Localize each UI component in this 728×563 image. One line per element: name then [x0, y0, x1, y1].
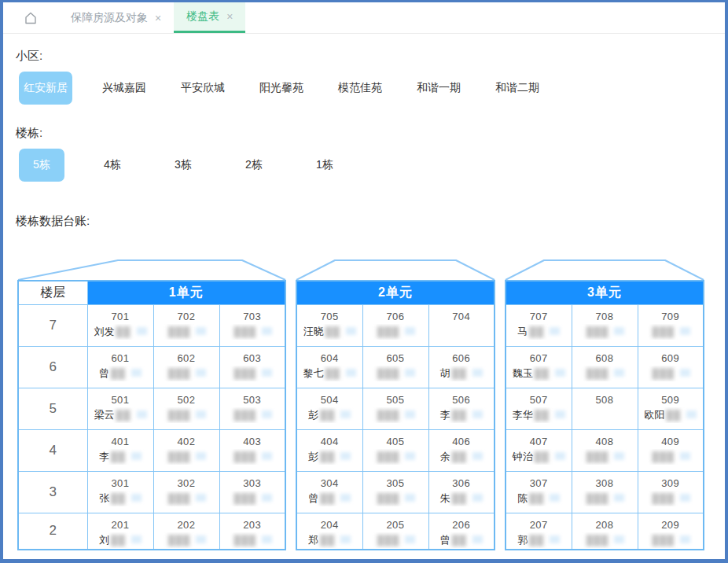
room-cell-205[interactable]: 205███ [362, 513, 428, 550]
redacted-name: ██ [320, 493, 335, 504]
room-cell-602[interactable]: 602███ [153, 346, 219, 388]
room-cell-408[interactable]: 408███ [572, 429, 638, 471]
redacted-name: ███ [586, 493, 609, 504]
community-option-和谐一期[interactable]: 和谐一期 [412, 72, 465, 105]
room-occupant: 胡██ [430, 366, 494, 381]
table-row: 705汪晓██706███704 [296, 304, 495, 346]
home-icon [24, 11, 38, 25]
community-option-兴城嘉园[interactable]: 兴城嘉园 [97, 72, 151, 105]
room-cell-401[interactable]: 401李██ [87, 429, 153, 471]
room-cell-304[interactable]: 304曾██ [296, 471, 362, 513]
community-option-红安新居[interactable]: 红安新居 [19, 72, 72, 105]
occupant-name-visible: 刘发 [94, 326, 114, 337]
room-cell-608[interactable]: 608███ [572, 346, 638, 388]
room-cell-305[interactable]: 305███ [362, 471, 428, 513]
room-cell-704[interactable]: 704 [428, 304, 495, 346]
room-cell-707[interactable]: 707马██ [506, 304, 572, 346]
room-cell-708[interactable]: 708███ [572, 304, 638, 346]
room-cell-506[interactable]: 506李██ [428, 388, 495, 429]
redacted-name: ██ [529, 326, 544, 337]
room-cell-202[interactable]: 202███ [153, 513, 219, 550]
table-row: 404彭██405███406余██ [296, 429, 495, 471]
room-cell-404[interactable]: 404彭██ [296, 429, 362, 471]
community-option-阳光馨苑[interactable]: 阳光馨苑 [255, 72, 308, 105]
redacted-name: ███ [652, 451, 675, 462]
room-cell-406[interactable]: 406余██ [428, 429, 495, 471]
redacted-chip [472, 494, 483, 502]
room-cell-407[interactable]: 407钟治██ [506, 429, 572, 471]
building-option-5栋[interactable]: 5栋 [19, 149, 64, 182]
community-option-平安欣城[interactable]: 平安欣城 [176, 72, 230, 105]
room-cell-502[interactable]: 502███ [153, 388, 219, 429]
room-cell-302[interactable]: 302███ [153, 471, 219, 513]
room-cell-706[interactable]: 706███ [362, 304, 428, 346]
room-cell-601[interactable]: 601曾██ [87, 346, 153, 388]
room-cell-201[interactable]: 201刘██ [87, 513, 153, 550]
building-option-3栋[interactable]: 3栋 [160, 149, 206, 182]
room-cell-507[interactable]: 507李华██ [506, 388, 572, 429]
community-option-和谐二期[interactable]: 和谐二期 [491, 72, 544, 105]
room-number: 509 [639, 392, 703, 407]
room-cell-207[interactable]: 207郭██ [506, 513, 572, 550]
room-cell-501[interactable]: 501梁云██ [87, 388, 153, 429]
room-cell-402[interactable]: 402███ [153, 429, 219, 471]
room-cell-209[interactable]: 209███ [638, 513, 704, 550]
room-cell-604[interactable]: 604黎七██ [296, 346, 362, 388]
room-number: 302 [155, 476, 219, 491]
room-number: 603 [221, 351, 285, 366]
room-cell-203[interactable]: 203███ [219, 513, 285, 550]
room-cell-206[interactable]: 206曾██ [428, 513, 495, 550]
room-cell-606[interactable]: 606胡██ [428, 346, 495, 388]
redacted-chip [550, 494, 560, 502]
room-occupant: 曾██ [430, 532, 494, 548]
room-cell-309[interactable]: 309███ [638, 471, 704, 513]
room-cell-409[interactable]: 409███ [638, 429, 704, 471]
room-cell-509[interactable]: 509欧阳██ [638, 388, 704, 429]
room-cell-508[interactable]: 508 [572, 388, 638, 429]
occupant-name-visible: 欧阳 [644, 409, 664, 421]
room-cell-303[interactable]: 303███ [219, 471, 285, 513]
redacted-name: ███ [168, 535, 191, 546]
room-cell-405[interactable]: 405███ [362, 429, 428, 471]
room-cell-607[interactable]: 607魏玉██ [506, 346, 572, 388]
room-number: 707 [507, 309, 571, 324]
close-icon[interactable]: × [226, 10, 233, 23]
room-occupant: 李██ [430, 407, 494, 423]
room-cell-403[interactable]: 403███ [219, 429, 285, 471]
room-cell-204[interactable]: 204郑██ [296, 513, 362, 550]
room-occupant: ███ [364, 449, 428, 465]
building-option-2栋[interactable]: 2栋 [231, 149, 277, 182]
room-number: 503 [221, 392, 285, 407]
redacted-name: ███ [168, 368, 191, 379]
room-cell-301[interactable]: 301张██ [87, 471, 153, 513]
room-cell-503[interactable]: 503███ [219, 388, 285, 429]
room-number: 401 [89, 434, 153, 449]
room-cell-605[interactable]: 605███ [362, 346, 428, 388]
room-cell-705[interactable]: 705汪晓██ [296, 304, 362, 346]
room-cell-505[interactable]: 505███ [362, 388, 428, 429]
close-icon[interactable]: × [155, 12, 161, 24]
room-cell-504[interactable]: 504彭██ [296, 388, 362, 429]
room-cell-306[interactable]: 306朱██ [428, 471, 495, 513]
room-cell-609[interactable]: 609███ [638, 346, 704, 388]
room-cell-308[interactable]: 308███ [572, 471, 638, 513]
building-option-4栋[interactable]: 4栋 [90, 149, 135, 182]
room-cell-703[interactable]: 703███ [219, 304, 285, 346]
redacted-chip [405, 369, 415, 377]
room-cell-307[interactable]: 307陈██ [506, 471, 572, 513]
tab-building-table[interactable]: 楼盘表 × [174, 2, 245, 33]
room-cell-701[interactable]: 701刘发██ [87, 304, 153, 346]
occupant-name-visible: 李 [99, 451, 109, 462]
room-cell-603[interactable]: 603███ [219, 346, 285, 388]
room-number: 205 [364, 517, 428, 532]
tab-housing-sources[interactable]: 保障房源及对象 × [58, 2, 174, 33]
building-option-1栋[interactable]: 1栋 [302, 149, 347, 182]
room-cell-702[interactable]: 702███ [153, 304, 219, 346]
room-cell-709[interactable]: 709███ [638, 304, 704, 346]
home-button[interactable] [3, 2, 38, 33]
room-number: 504 [298, 392, 362, 407]
occupant-name-visible: 李华 [513, 409, 533, 421]
room-cell-208[interactable]: 208███ [572, 513, 638, 550]
room-occupant: ███ [639, 491, 703, 506]
community-option-模范佳苑[interactable]: 模范佳苑 [333, 72, 387, 105]
